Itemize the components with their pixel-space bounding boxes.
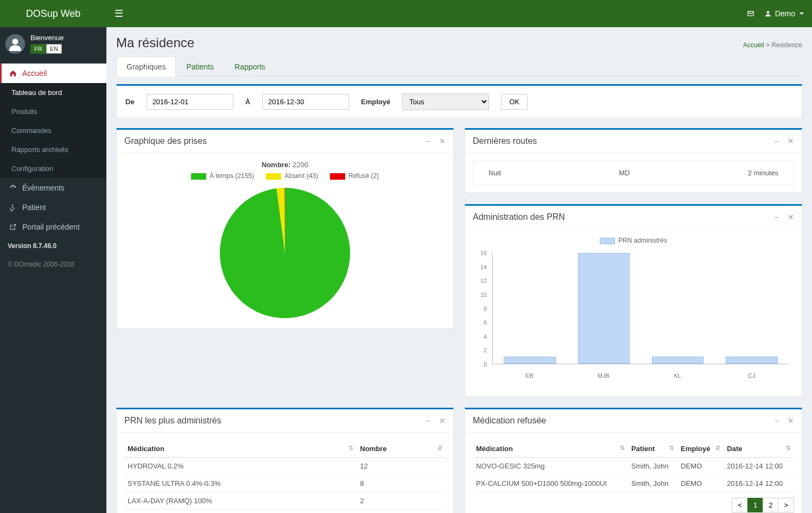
page-title: Ma résidence	[116, 35, 194, 50]
home-icon	[9, 69, 17, 77]
sidebar-item-accueil[interactable]: Accueil	[0, 64, 106, 83]
sidebar-item-rapports-archives[interactable]: Rapports archivés	[0, 140, 106, 159]
sidebar-item-label: Commandes	[11, 126, 52, 135]
box-title: Dernières routes	[473, 136, 537, 146]
tab-label: Patients	[186, 62, 214, 71]
box-dernieres-routes: Dernières routes − ✕ Nuit MD 2 minutes	[465, 128, 802, 193]
sidebar-item-label: Accueil	[22, 69, 47, 78]
tab-patients[interactable]: Patients	[176, 56, 224, 77]
main-content: Ma résidence Accueil > Residence Graphiq…	[106, 27, 812, 513]
wheelchair-icon	[9, 204, 17, 211]
svg-point-2	[12, 39, 18, 45]
sidebar-toggle-button[interactable]: ☰	[115, 8, 123, 20]
close-icon[interactable]: ✕	[439, 416, 446, 425]
pager-prev-button[interactable]: <	[732, 498, 748, 512]
top-nav: DOSup Web ☰ Demo	[0, 0, 812, 27]
pager: < 1 2 >	[473, 498, 794, 512]
collapse-icon[interactable]: −	[775, 213, 779, 221]
sidebar-item-commandes[interactable]: Commandes	[0, 121, 106, 140]
bar-EB	[493, 253, 567, 364]
swatch-prn	[600, 238, 615, 244]
swatch-absent	[266, 173, 281, 180]
sidebar-item-label: Patient	[22, 203, 46, 212]
collapse-icon[interactable]: −	[426, 137, 430, 145]
box-medication-refusee: Médication refusée − ✕ Médication⇅ Patie…	[465, 408, 802, 513]
close-icon[interactable]: ✕	[439, 137, 446, 145]
user-menu-label: Demo	[775, 9, 795, 18]
collapse-icon[interactable]: −	[426, 416, 430, 425]
tab-label: Graphiques	[126, 62, 166, 71]
svg-point-1	[766, 11, 769, 14]
lang-en-button[interactable]: EN	[46, 44, 62, 54]
bar-MJB	[567, 253, 640, 364]
table-row: HYDROVAL 0.2%12	[124, 458, 446, 475]
employee-label: Employé	[361, 98, 390, 106]
breadcrumb-home[interactable]: Accueil	[743, 41, 764, 49]
col-patient[interactable]: Patient⇅	[628, 440, 677, 458]
swatch-on-time	[191, 173, 206, 180]
ok-button[interactable]: OK	[501, 94, 528, 110]
employee-select[interactable]: Tous	[402, 93, 489, 110]
user-panel: Bienvenue FR EN	[0, 27, 106, 60]
breadcrumb-current: Residence	[771, 41, 802, 49]
bar-CJ	[715, 253, 789, 364]
to-date-input[interactable]	[262, 94, 349, 110]
sidebar-item-label: Évènements	[22, 183, 65, 192]
pie-legend: À temps (2155) Absent (43) Refusé (2)	[124, 172, 446, 180]
sidebar-item-tableau[interactable]: Tableau de bord	[0, 83, 106, 102]
col-medication[interactable]: Médication⇅	[124, 440, 357, 458]
external-link-icon	[9, 223, 17, 231]
sidebar-item-evenements[interactable]: Évènements	[0, 178, 106, 198]
lang-fr-button[interactable]: FR	[30, 44, 46, 54]
route-time: 2 minutes	[748, 169, 778, 177]
version-label: Version 8.7.46.0	[0, 237, 106, 255]
user-menu[interactable]: Demo	[764, 9, 804, 18]
sort-icon: ⇅	[669, 445, 674, 452]
refused-table: Médication⇅ Patient⇅ Employé⇵ Date⇅ NOVO…	[473, 440, 794, 492]
sort-icon: ⇵	[715, 445, 720, 452]
col-employe[interactable]: Employé⇵	[677, 440, 724, 458]
box-graphique-prises: Graphique des prises − ✕ Nombre: 2200 À …	[116, 128, 454, 329]
caret-down-icon	[800, 12, 804, 15]
prn-top-table: Médication⇅ Nombre⇵ HYDROVAL 0.2%12SYSTA…	[124, 440, 446, 510]
box-prn-admin: Administration des PRN − ✕ PRN administr…	[465, 204, 802, 397]
sidebar-item-label: Produits	[11, 107, 37, 116]
route-user: MD	[619, 169, 630, 177]
sidebar: Bienvenue FR EN Accueil Tableau de bord …	[0, 27, 106, 513]
pager-page-2-button[interactable]: 2	[763, 498, 778, 512]
sort-icon: ⇅	[620, 445, 625, 452]
mail-icon[interactable]	[747, 10, 754, 17]
pager-next-button[interactable]: >	[778, 498, 794, 512]
sidebar-item-label: Configuration	[11, 164, 53, 173]
col-medication[interactable]: Médication⇅	[473, 440, 628, 458]
bar-KL	[641, 253, 715, 364]
sidebar-item-portail[interactable]: Portail précédent	[0, 217, 106, 237]
close-icon[interactable]: ✕	[788, 213, 794, 221]
table-row: PX-CALCIUM 500+D1000 500mg-1000UISmith, …	[473, 475, 794, 492]
tab-rapports[interactable]: Rapports	[224, 56, 276, 77]
table-row: LAX-A-DAY (RAMQ) 100%2	[124, 492, 446, 510]
sidebar-item-produits[interactable]: Produits	[0, 102, 106, 121]
bar-chart: 0246810121416 EBMJBKLCJ	[473, 248, 794, 389]
table-row: NOVO-GESIC 325mgSmith, JohnDEMO2016-12-1…	[473, 458, 794, 475]
close-icon[interactable]: ✕	[788, 416, 794, 425]
svg-point-3	[12, 205, 13, 206]
tab-graphiques[interactable]: Graphiques	[116, 56, 176, 77]
pager-page-1-button[interactable]: 1	[747, 498, 763, 512]
sidebar-item-patient[interactable]: Patient	[0, 198, 106, 217]
tabs: Graphiques Patients Rapports	[116, 56, 802, 77]
close-icon[interactable]: ✕	[788, 137, 794, 145]
sidebar-item-configuration[interactable]: Configuration	[0, 159, 106, 178]
collapse-icon[interactable]: −	[775, 137, 779, 145]
box-title: Graphique des prises	[124, 136, 207, 146]
to-label: À	[245, 98, 250, 106]
swatch-refused	[330, 173, 345, 180]
collapse-icon[interactable]: −	[775, 416, 779, 425]
box-title: Administration des PRN	[473, 212, 565, 222]
route-shift: Nuit	[489, 169, 501, 177]
box-title: PRN les plus administrés	[124, 416, 221, 426]
col-date[interactable]: Date⇅	[724, 440, 794, 458]
avatar	[5, 34, 25, 54]
from-date-input[interactable]	[147, 94, 233, 110]
col-nombre[interactable]: Nombre⇵	[357, 440, 446, 458]
